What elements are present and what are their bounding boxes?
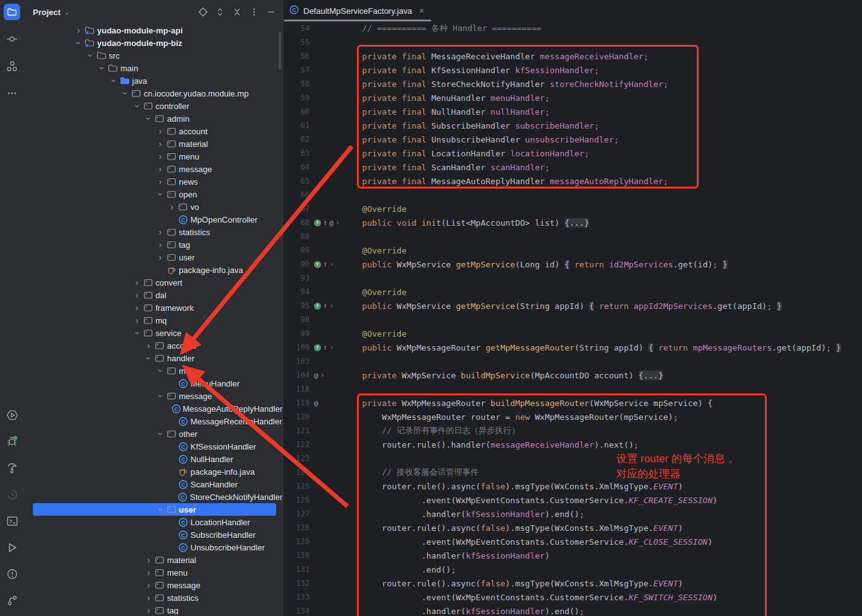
fold-chevron-icon[interactable]: › (329, 302, 334, 310)
tree-item-yudao-module-mp-api[interactable]: ›yudao-module-mp-api (24, 24, 282, 37)
tree-item-yudao-module-mp-biz[interactable]: ›yudao-module-mp-biz (24, 37, 282, 49)
chevron-collapsed-icon[interactable]: › (155, 127, 166, 136)
tree-item-message[interactable]: ›message (24, 390, 282, 402)
code-line[interactable]: 55 (283, 35, 862, 49)
code-line[interactable]: 131 .end(); (283, 562, 862, 576)
code-line[interactable]: 60 private final NullHandler nullHandler… (283, 105, 862, 119)
chevron-expanded-icon[interactable]: › (109, 76, 118, 86)
fold-chevron-icon[interactable]: › (329, 260, 334, 268)
terminal-icon[interactable] (4, 513, 20, 529)
tree-item-subscribehandler[interactable]: CSubscribeHandler (24, 528, 282, 541)
code-line[interactable]: 125 router.rule().async(false).msgType(W… (283, 479, 862, 493)
code-line[interactable]: 68↑↑@› public void init(List<MpAccountDO… (283, 216, 862, 230)
tree-item-account[interactable]: ›account (24, 339, 282, 352)
tree-item-message[interactable]: ›message (24, 163, 282, 175)
chevron-collapsed-icon[interactable]: › (155, 228, 166, 236)
chevron-expanded-icon[interactable]: › (156, 391, 165, 402)
chevron-collapsed-icon[interactable]: › (132, 303, 143, 312)
tree-item-material[interactable]: ›material (24, 137, 282, 150)
structure-icon[interactable] (4, 58, 20, 74)
chevron-collapsed-icon[interactable]: › (143, 581, 154, 590)
fold-chevron-icon[interactable]: › (335, 219, 340, 226)
chevron-expanded-icon[interactable]: › (121, 88, 130, 99)
code-line[interactable]: 61 private final SubscribeHandler subscr… (283, 119, 862, 132)
project-panel-title[interactable]: Project (33, 8, 61, 17)
code-line[interactable]: 57 private final KfSessionHandler kfSess… (283, 63, 862, 77)
tree-item-locationhandler[interactable]: CLocationHandler (24, 516, 282, 528)
tree-item-nullhandler[interactable]: CNullHandler (24, 453, 282, 465)
code-line[interactable]: 128 router.rule().async(false).msgType(W… (283, 521, 862, 535)
chevron-expanded-icon[interactable]: › (98, 63, 107, 74)
tree-item-tag[interactable]: ›tag (24, 604, 282, 615)
code-line[interactable]: 103 (283, 354, 862, 368)
problems-icon[interactable] (4, 566, 20, 582)
code-line[interactable]: 123 (283, 451, 862, 465)
code-line[interactable]: 130 .handler(kfSessionHandler) (283, 549, 862, 562)
tree-item-menu[interactable]: ›menu (24, 150, 282, 163)
tree-item-convert[interactable]: ›convert (24, 276, 282, 289)
code-line[interactable]: 98 (283, 313, 862, 327)
code-line[interactable]: 95↑↑› public WxMpService getMpService(St… (283, 299, 862, 313)
tree-item-service[interactable]: ›service (24, 327, 282, 339)
hide-panel-icon[interactable] (266, 7, 276, 17)
tree-item-user[interactable]: ›user (24, 251, 282, 264)
close-icon[interactable]: × (419, 6, 424, 15)
tree-item-vo[interactable]: ›vo (24, 200, 282, 213)
code-line[interactable]: 63 private final LocationHandler locatio… (283, 146, 862, 160)
code-line[interactable]: 64 private final ScanHandler scanHandler… (283, 160, 862, 174)
chevron-expanded-icon[interactable]: › (156, 429, 165, 439)
code-line[interactable]: 124 // 接收客服会话管理事件 (283, 465, 862, 479)
chevron-collapsed-icon[interactable]: › (143, 568, 154, 577)
tree-item-messagereceivehandler[interactable]: CMessageReceiveHandler (24, 415, 282, 427)
code-line[interactable]: 59 private final MenuHandler menuHandler… (283, 91, 862, 105)
tree-item-scanhandler[interactable]: CScanHandler (24, 478, 282, 491)
code-line[interactable]: 120 WxMpMessageRouter router = new WxMpM… (283, 410, 862, 424)
chevron-expanded-icon[interactable]: › (144, 353, 153, 364)
tree-item-kfsessionhandler[interactable]: CKfSessionHandler (24, 440, 282, 453)
chevron-collapsed-icon[interactable]: › (155, 177, 166, 186)
version-control-icon[interactable] (4, 592, 20, 608)
run-icon[interactable] (4, 539, 20, 555)
code-line[interactable]: 89 @Override (283, 243, 862, 257)
editor-tab[interactable]: C DefaultMpServiceFactory.java × (283, 0, 432, 21)
code-line[interactable]: 99 @Override (283, 327, 862, 340)
code-line[interactable]: 58 private final StoreCheckNotifyHandler… (283, 77, 862, 91)
tree-item-user[interactable]: ›user (24, 503, 282, 516)
tree-item-messageautoreplyhandler[interactable]: CMessageAutoReplyHandler (24, 402, 282, 415)
chevron-collapsed-icon[interactable]: › (155, 139, 166, 148)
tree-item-account[interactable]: ›account (24, 125, 282, 137)
expand-all-icon[interactable] (215, 7, 225, 17)
tree-item-statistics[interactable]: ›statistics (24, 591, 282, 604)
chevron-expanded-icon[interactable]: › (86, 50, 95, 61)
code-line[interactable]: 121 // 记录所有事件的日志（异步执行） (283, 424, 862, 438)
code-line[interactable]: 56 private final MessageReceiveHandler m… (283, 49, 862, 63)
chevron-collapsed-icon[interactable]: › (73, 26, 84, 35)
options-kebab-icon[interactable] (249, 7, 259, 17)
code-line[interactable]: 90↑↑› public WxMpService getMpService(Lo… (283, 257, 862, 271)
code-line[interactable]: 88 (283, 230, 862, 243)
collapse-all-icon[interactable] (232, 7, 242, 17)
tree-item-cn-iocoder-yudao-module-mp[interactable]: ›cn.iocoder.yudao.module.mp (24, 87, 282, 100)
code-line[interactable]: 93 (283, 271, 862, 285)
code-line[interactable]: 129 .event(WxMpEventConstants.CustomerSe… (283, 535, 862, 549)
tree-item-menu[interactable]: ›menu (24, 566, 282, 579)
tree-item-statistics[interactable]: ›statistics (24, 226, 282, 238)
tree-item-material[interactable]: ›material (24, 554, 282, 566)
chevron-down-icon[interactable]: ⌄ (64, 9, 69, 16)
tree-item-unsubscribehandler[interactable]: CUnsubscribeHandler (24, 541, 282, 554)
tree-item-message[interactable]: ›message (24, 579, 282, 591)
code-line[interactable]: 67 @Override (283, 202, 862, 216)
chevron-expanded-icon[interactable]: › (144, 113, 153, 124)
code-line[interactable]: 94 @Override (283, 285, 862, 299)
fold-chevron-icon[interactable]: › (329, 344, 334, 351)
build-icon[interactable] (4, 460, 20, 476)
code-view[interactable]: 54 // ========== 各种 Handler ==========55… (283, 21, 862, 616)
tree-item-framework[interactable]: ›framework (24, 301, 282, 314)
chevron-collapsed-icon[interactable]: › (155, 152, 166, 161)
chevron-collapsed-icon[interactable]: › (155, 240, 166, 249)
code-line[interactable]: 118 (283, 382, 862, 396)
tree-item-handler[interactable]: ›handler (24, 352, 282, 364)
project-folder-icon[interactable] (4, 4, 20, 20)
tree-item-package-info-java[interactable]: package-info.java (24, 465, 282, 478)
tree-item-storechecknotifyhandler[interactable]: CStoreCheckNotifyHandler (24, 491, 282, 503)
